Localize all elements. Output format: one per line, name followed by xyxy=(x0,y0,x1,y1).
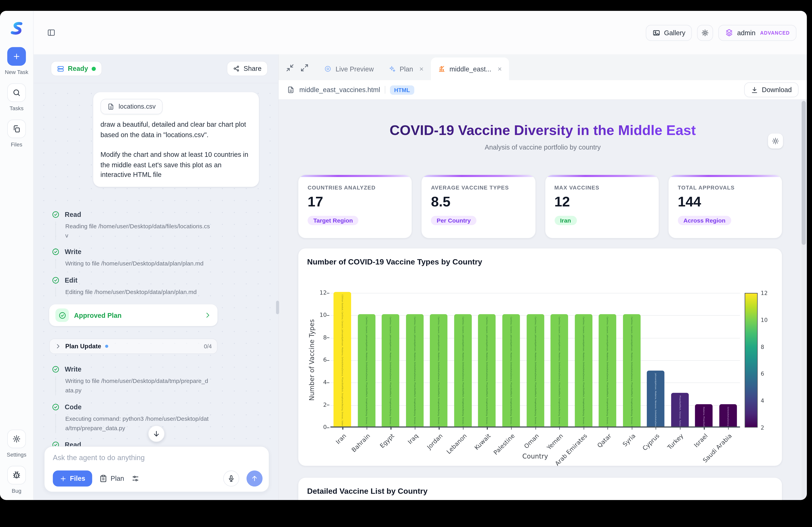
bar-inline-label: COVIran Barekat, CanSino, Covaxin, Johns… xyxy=(342,295,344,427)
chat-header: Ready Share xyxy=(34,54,278,83)
user-menu-button[interactable]: admin ADVANCED xyxy=(719,25,796,41)
chart-icon xyxy=(438,65,445,72)
mic-icon xyxy=(228,475,235,482)
x-tick-mark xyxy=(487,427,488,429)
bar-egypt[interactable]: CanSino, Covaxin, Johnson&Johnson, Moder… xyxy=(382,314,399,426)
bar-kuwait[interactable]: CanSino, Covaxin, Johnson&Johnson, Moder… xyxy=(478,314,496,426)
plan-mode-button[interactable]: Plan xyxy=(99,475,124,482)
bar-inline-label: CanSino, Covaxin, Johnson&Johnson, Moder… xyxy=(462,317,464,427)
stat-card: MAX VACCINES 12 Iran xyxy=(545,175,658,238)
sun-icon xyxy=(772,137,779,145)
bar-yemen[interactable]: CanSino, Covaxin, Johnson&Johnson, Moder… xyxy=(551,314,568,426)
bar-inline-label: CanSino, Covaxin, Johnson&Johnson, Moder… xyxy=(390,317,392,427)
x-tick-label: Cyprus xyxy=(641,432,661,452)
scrollbar-track[interactable] xyxy=(801,101,806,499)
task-step[interactable]: Code Executing command: python3 /home/us… xyxy=(52,403,220,433)
gallery-button[interactable]: Gallery xyxy=(646,25,692,41)
x-tick-mark xyxy=(632,427,632,429)
settings-label: Settings xyxy=(7,451,26,457)
task-step[interactable]: Write Writing to file /home/user/Desktop… xyxy=(52,248,220,268)
status-pill[interactable]: Ready xyxy=(51,61,102,76)
download-button[interactable]: Download xyxy=(744,82,799,97)
task-step[interactable]: Read Reading file /home/user/Desktop/dat… xyxy=(52,210,220,240)
bar-inline-label: CanSino, Covaxin, Johnson&Johnson, Moder… xyxy=(510,317,512,427)
x-tick-label: Oman xyxy=(523,432,540,450)
check-circle-icon xyxy=(52,365,59,373)
eye-icon xyxy=(324,65,331,72)
theme-toggle-button[interactable] xyxy=(697,25,713,41)
bug-icon xyxy=(12,471,21,479)
x-tick-mark xyxy=(560,427,560,429)
bar-jordan[interactable]: CanSino, Covaxin, Johnson&Johnson, Moder… xyxy=(430,314,448,426)
settings-button[interactable] xyxy=(7,429,26,448)
sidebar-item-tasks[interactable]: Tasks xyxy=(7,83,26,111)
bar-israel[interactable]: Moderna, Pfizer/BioNTech xyxy=(695,404,713,426)
sidebar-item-files[interactable]: Files xyxy=(7,120,26,148)
close-tab-icon[interactable]: × xyxy=(419,65,424,73)
page-theme-button[interactable] xyxy=(768,134,783,149)
share-button[interactable]: Share xyxy=(227,61,268,76)
bar-lebanon[interactable]: CanSino, Covaxin, Johnson&Johnson, Moder… xyxy=(454,314,472,426)
bar-saudi-arabia[interactable]: Oxford/AstraZeneca, Pfizer/BioNTech xyxy=(719,404,737,426)
maximize-icon[interactable] xyxy=(300,64,308,72)
y-tick-mark xyxy=(327,315,330,316)
tab-label: Plan xyxy=(400,65,413,73)
bar-palestine[interactable]: CanSino, Covaxin, Johnson&Johnson, Moder… xyxy=(502,314,520,426)
stat-accent-bar xyxy=(298,175,412,177)
new-task-label: New Task xyxy=(5,69,28,75)
attachment-name: locations.csv xyxy=(118,103,156,110)
task-step[interactable]: Read Reading file /home/user/Desktop/dat… xyxy=(52,441,220,446)
bar-syria[interactable]: CanSino, Covaxin, Johnson&Johnson, Moder… xyxy=(623,314,640,426)
bar-arab-emirates[interactable]: CanSino, Covaxin, Johnson&Johnson, Moder… xyxy=(575,314,592,426)
add-files-button[interactable]: Files xyxy=(53,470,92,487)
tab-plan[interactable]: Plan× xyxy=(381,57,431,80)
y-tick-mark xyxy=(327,382,330,383)
plus-icon xyxy=(59,475,67,482)
chat-input[interactable] xyxy=(53,453,262,462)
file-name[interactable]: middle_east_vaccines.html xyxy=(299,86,380,94)
sidebar-item-bug[interactable]: Bug xyxy=(7,466,26,494)
bar-bahrain[interactable]: CanSino, Covaxin, Johnson&Johnson, Moder… xyxy=(358,314,375,426)
x-tick-mark xyxy=(463,427,464,429)
bar-iran[interactable]: COVIran Barekat, CanSino, Covaxin, Johns… xyxy=(334,292,351,426)
sidebar-item-new-task[interactable]: New Task xyxy=(5,47,28,75)
tasks-button[interactable] xyxy=(7,83,26,102)
bar-iraq[interactable]: CanSino, Covaxin, Johnson&Johnson, Moder… xyxy=(406,314,423,426)
approved-check-badge xyxy=(55,309,69,322)
bar-oman[interactable]: CanSino, Covaxin, Johnson&Johnson, Moder… xyxy=(526,314,544,426)
app-logo-icon[interactable] xyxy=(9,21,25,39)
bar-turkey[interactable]: Pfizer/BioNTech, Sinovac, Turkovac xyxy=(671,393,688,426)
bar-qatar[interactable]: CanSino, Covaxin, Johnson&Johnson, Moder… xyxy=(599,314,616,426)
download-label: Download xyxy=(762,86,792,94)
bug-button[interactable] xyxy=(7,466,26,484)
scroll-to-bottom-button[interactable] xyxy=(148,425,164,442)
sliders-icon[interactable] xyxy=(131,475,139,482)
chat-scroll-area[interactable]: locations.csv draw a beautiful, detailed… xyxy=(34,83,278,446)
task-step[interactable]: Write Writing to file /home/user/Desktop… xyxy=(52,365,220,395)
sidebar-toggle-icon[interactable] xyxy=(47,29,55,37)
files-button[interactable] xyxy=(7,120,26,138)
send-button[interactable] xyxy=(247,470,263,487)
chevron-right-icon xyxy=(55,343,61,350)
task-step[interactable]: Edit Editing file /home/user/Desktop/dat… xyxy=(52,276,220,297)
tab-middle-east-[interactable]: middle_east...× xyxy=(431,57,509,80)
message-paragraph: draw a beautiful, detailed and clear bar… xyxy=(100,120,252,140)
section-title: Detailed Vaccine List by Country xyxy=(307,486,773,495)
tab-live-preview[interactable]: Live Preview xyxy=(317,57,381,80)
attachment-chip[interactable]: locations.csv xyxy=(100,99,162,114)
approved-plan-card[interactable]: Approved Plan xyxy=(49,304,218,326)
plot-area: 024681012COVIran Barekat, CanSino, Covax… xyxy=(330,293,740,428)
plan-update-row[interactable]: Plan Update 0/4 xyxy=(49,338,218,354)
mic-button[interactable] xyxy=(223,470,240,487)
new-task-button[interactable] xyxy=(7,47,26,66)
panel-resize-handle[interactable] xyxy=(276,301,279,314)
sidebar-item-settings[interactable]: Settings xyxy=(7,429,26,457)
close-tab-icon[interactable]: × xyxy=(497,65,502,73)
step-title: Write xyxy=(65,248,82,256)
scrollbar-thumb[interactable] xyxy=(801,101,806,245)
minimize-icon[interactable] xyxy=(286,64,294,72)
step-description: Executing command: python3 /home/user/De… xyxy=(55,414,211,433)
x-tick-mark xyxy=(704,427,705,429)
y-tick-label: 4 xyxy=(309,379,327,386)
bar-cyprus[interactable]: Johnson&Johnson, Moderna, Novavax, Oxfor… xyxy=(647,370,664,426)
